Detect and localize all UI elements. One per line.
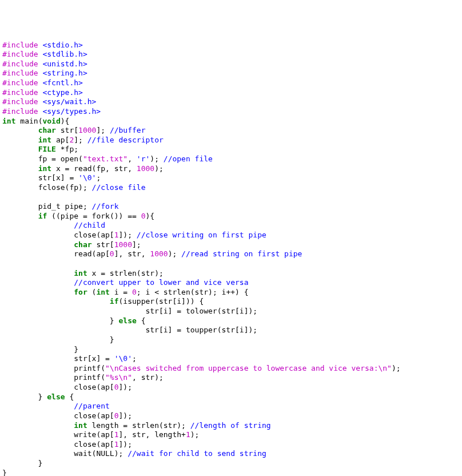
id-str: str	[38, 173, 51, 182]
header-string: <string.h>	[42, 69, 87, 77]
preproc-include: #include	[2, 97, 38, 106]
id-str: str	[222, 307, 235, 315]
id-pid_t: pid_t	[38, 202, 61, 211]
id-ap: ap	[101, 440, 110, 449]
id-pipe: pipe	[65, 202, 83, 211]
kw-int: int	[96, 288, 109, 296]
comment-close: //close file	[92, 183, 146, 192]
kw-if: if	[110, 297, 119, 306]
id-wait: wait	[74, 449, 91, 458]
kw-for: for	[74, 288, 87, 296]
id-i: i	[164, 307, 168, 315]
id-ap: ap	[96, 249, 105, 258]
kw-int: int	[38, 164, 51, 173]
id-write: write	[74, 430, 96, 439]
kw-int: int	[38, 136, 51, 144]
id-x: x	[56, 164, 61, 173]
id-strlen: strlen	[164, 288, 190, 296]
id-i: i	[177, 297, 181, 306]
id-fclose: fclose	[38, 183, 65, 192]
comment-wait: //wait for child to send string	[128, 449, 266, 458]
id-str: str	[74, 354, 87, 363]
id-str: str	[132, 430, 145, 439]
id-i: i	[164, 326, 168, 334]
id-close: close	[74, 231, 96, 239]
id-pipe: pipe	[61, 212, 78, 220]
id-str: str	[96, 240, 109, 249]
comment-parent: //parent	[74, 402, 110, 410]
str-text: "text.txt"	[83, 154, 128, 163]
id-i: i	[114, 288, 119, 296]
kw-int: int	[2, 117, 15, 125]
id-str: str	[164, 421, 177, 430]
kw-else: else	[119, 316, 137, 325]
kw-int: int	[74, 421, 87, 430]
header-stdlib: <stdlib.h>	[42, 50, 87, 58]
num-2: 2	[69, 136, 74, 144]
str-pct: "%s\n"	[105, 373, 132, 382]
id-i: i	[222, 288, 226, 296]
id-printf: printf	[74, 364, 101, 372]
num-1000: 1000	[78, 126, 96, 134]
num-1000: 1000	[137, 164, 154, 173]
comment-fd: //file descriptor	[87, 136, 164, 144]
id-str: str	[114, 164, 128, 173]
preproc-include: #include	[2, 50, 38, 58]
num-0: 0	[110, 249, 114, 258]
id-i: i	[145, 288, 150, 296]
id-fp: fp	[65, 145, 74, 153]
header-systypes: <sys/types.h>	[42, 107, 101, 116]
id-fp: fp	[96, 164, 105, 173]
kw-if: if	[38, 212, 47, 220]
id-str: str	[195, 288, 208, 296]
preproc-include: #include	[2, 60, 38, 68]
num-0: 0	[132, 288, 137, 296]
id-length: length	[154, 430, 181, 439]
id-str: str	[145, 307, 158, 315]
id-str: str	[61, 126, 74, 134]
id-null: NULL	[96, 449, 114, 458]
id-tolower: tolower	[186, 307, 217, 315]
id-strlen: strlen	[132, 421, 159, 430]
comment-conv: //convert upper to lower and vice versa	[74, 278, 248, 287]
char-r: 'r'	[137, 154, 150, 163]
id-ap: ap	[101, 430, 110, 439]
preproc-include: #include	[2, 88, 38, 97]
id-main: main	[20, 117, 38, 125]
id-toupper: toupper	[186, 326, 217, 334]
id-read: read	[74, 164, 91, 173]
id-close: close	[74, 383, 96, 391]
id-length: length	[92, 421, 119, 430]
preproc-include: #include	[2, 78, 38, 87]
preproc-include: #include	[2, 107, 38, 116]
char-nul: '\0'	[78, 173, 96, 182]
num-1000: 1000	[114, 240, 132, 249]
id-str: str	[145, 326, 158, 334]
num-1: 1	[186, 430, 190, 439]
id-close: close	[74, 411, 96, 420]
comment-reads: //read string on first pipe	[181, 249, 302, 258]
num-1: 1	[114, 231, 119, 239]
kw-char: char	[74, 240, 91, 249]
id-open: open	[61, 154, 78, 163]
id-read: read	[74, 249, 91, 258]
id-i: i	[240, 326, 244, 334]
id-fp: fp	[69, 183, 78, 192]
preproc-include: #include	[2, 69, 38, 77]
kw-void: void	[42, 117, 60, 125]
kw-else: else	[47, 392, 65, 401]
comment-child: //child	[74, 221, 105, 229]
id-str: str	[141, 269, 154, 277]
code-block: #include <stdio.h> #include <stdlib.h> #…	[2, 41, 460, 477]
id-ap: ap	[56, 136, 65, 144]
num-0: 0	[114, 383, 119, 391]
str-cases: "\nCases switched from uppercase to lowe…	[105, 364, 392, 372]
id-str: str	[159, 297, 172, 306]
kw-int: int	[74, 269, 87, 277]
kw-file: FILE	[38, 145, 56, 153]
id-str: str	[141, 373, 154, 382]
id-i: i	[240, 307, 244, 315]
id-strlen: strlen	[110, 269, 137, 277]
comment-closew: //close writing on first pipe	[137, 231, 266, 239]
comment-len: //length of string	[190, 421, 271, 430]
